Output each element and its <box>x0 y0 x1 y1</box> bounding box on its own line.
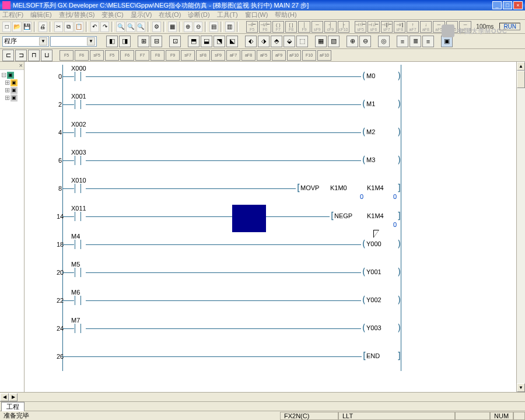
zoomout-button[interactable]: ⊖ <box>194 22 202 32</box>
convert-button[interactable]: ⚙ <box>152 22 161 32</box>
fkey-sf8[interactable]: ⊣/‖sF8 <box>394 21 405 33</box>
menu-convert[interactable]: 变换(C) <box>102 10 123 19</box>
tb2-22[interactable]: ≡ <box>422 36 434 47</box>
save-button[interactable]: 💾 <box>23 22 32 32</box>
cut-button[interactable]: ✂ <box>54 22 63 32</box>
tb2-5[interactable]: ⊡ <box>169 36 181 47</box>
tb2-13[interactable]: ⬙ <box>284 36 295 47</box>
scroll-thumb[interactable] <box>517 71 525 88</box>
ladder-editor[interactable]: 0X000(M0)2X001(M1)4X002(M2)6X003(M3)8X01… <box>24 62 525 392</box>
tb5-button[interactable]: ▤ <box>209 22 218 32</box>
combo-2[interactable]: ▼ <box>50 36 97 47</box>
paste-button[interactable]: 📋 <box>75 22 83 32</box>
tb2-2[interactable]: ◨ <box>119 36 131 47</box>
tb3-sf8[interactable]: sF8 <box>196 50 210 61</box>
tb3-f7[interactable]: F7 <box>135 50 149 61</box>
maximize-button[interactable]: □ <box>503 1 512 9</box>
menu-search[interactable]: 查找/替换(S) <box>59 10 95 19</box>
tb3-3[interactable]: ⊓ <box>28 50 40 61</box>
menu-help[interactable]: 帮助(H) <box>275 10 296 19</box>
fkey-sf5[interactable]: ⊣↑⊢sF5 <box>355 21 366 33</box>
tb2-23[interactable]: ▣ <box>441 36 453 47</box>
fkey-f8[interactable]: [ ]F8 <box>285 21 297 33</box>
contact[interactable] <box>70 240 86 249</box>
print-button[interactable]: 🖨 <box>38 22 47 32</box>
fkey-cf9[interactable]: ┤cF9 <box>324 21 336 33</box>
hscroll-right-button[interactable]: ▶ <box>9 393 18 401</box>
tb2-21[interactable]: ≣ <box>410 36 421 47</box>
fkey-sf7[interactable]: ⊣‖⊢sF7 <box>381 21 393 33</box>
contact[interactable] <box>70 324 86 333</box>
find-button[interactable]: 🔍 <box>116 22 125 32</box>
tb2-6[interactable]: ⬒ <box>188 36 200 47</box>
tb3-f8[interactable]: F8 <box>150 50 164 61</box>
open-button[interactable]: 📂 <box>12 22 21 32</box>
tb2-20[interactable]: ≡ <box>397 36 408 47</box>
tb3-sf7[interactable]: sF7 <box>181 50 195 61</box>
tb3-f5[interactable]: F5 <box>60 50 74 61</box>
menu-view[interactable]: 显示(V) <box>131 10 152 19</box>
menu-tools[interactable]: 工具(T) <box>217 10 238 19</box>
tb2-3[interactable]: ⊞ <box>138 36 149 47</box>
project-tree[interactable]: × ⊟▣ ⊞▣ ⊞▣ ⊞▣ <box>0 62 24 392</box>
contact[interactable] <box>70 212 86 221</box>
tb2-17[interactable]: ⊕ <box>346 36 358 47</box>
find3-button[interactable]: 🔍 <box>136 22 145 32</box>
menu-window[interactable]: 窗口(W) <box>245 10 268 19</box>
new-button[interactable]: □ <box>2 22 11 32</box>
scroll-down-button[interactable]: ▼ <box>517 383 525 392</box>
tb2-18[interactable]: ⊖ <box>359 36 371 47</box>
contact[interactable] <box>70 156 86 165</box>
tb2-7[interactable]: ⬓ <box>201 36 212 47</box>
fkey-f7[interactable]: ( )F7 <box>272 21 284 33</box>
contact[interactable] <box>70 184 86 193</box>
fkey-af7[interactable]: ↑aF7 <box>407 21 418 33</box>
tb3-af7[interactable]: aF7 <box>226 50 240 61</box>
menu-online[interactable]: 在线(O) <box>159 10 181 19</box>
tb3-2[interactable]: ⊐ <box>15 50 27 61</box>
tb6-button[interactable]: ▥ <box>225 22 234 32</box>
fkey-caf5[interactable]: ─caF5 <box>446 21 458 33</box>
contact[interactable] <box>70 72 86 81</box>
menu-project[interactable]: 工程(F) <box>2 10 23 19</box>
contact[interactable] <box>70 268 86 277</box>
tb2-19[interactable]: ◎ <box>378 36 390 47</box>
contact[interactable] <box>70 296 86 305</box>
tb2-11[interactable]: ⬗ <box>258 36 270 47</box>
tb3-f6b[interactable]: F6 <box>120 50 134 61</box>
tb3-4[interactable]: ⊔ <box>41 50 52 61</box>
horizontal-scrollbar[interactable]: ◀ ▶ <box>0 392 525 401</box>
tb2-15[interactable]: ▦ <box>315 36 327 47</box>
tb2-1[interactable]: ◧ <box>106 36 118 47</box>
copy-button[interactable]: ⧉ <box>64 22 73 32</box>
redo-button[interactable]: ↷ <box>100 22 109 32</box>
fkey-sf6[interactable]: ⊣↓⊢sF6 <box>368 21 379 33</box>
contact[interactable] <box>70 128 86 137</box>
menu-edit[interactable]: 编辑(E) <box>30 10 52 19</box>
undo-button[interactable]: ↶ <box>90 22 99 32</box>
minimize-button[interactable]: _ <box>492 1 502 9</box>
fkey-f10[interactable]: ─sF9 <box>312 21 323 33</box>
tb3-af5[interactable]: aF5 <box>257 50 271 61</box>
tb2-8[interactable]: ⬔ <box>214 36 225 47</box>
vertical-scrollbar[interactable]: ▲ ▼ <box>516 62 525 392</box>
combo-type[interactable]: 程序 ▼ <box>2 36 49 47</box>
tb2-14[interactable]: ⬚ <box>296 36 308 47</box>
tb3-af8[interactable]: aF8 <box>242 50 256 61</box>
tb3-1[interactable]: ⊏ <box>2 50 14 61</box>
tb3-af9[interactable]: aF9 <box>272 50 286 61</box>
fkey-f9[interactable]: │F9 <box>298 21 310 33</box>
tb3-sf5[interactable]: sF5 <box>90 50 104 61</box>
fkey-cf10[interactable]: ├cF10 <box>338 21 349 33</box>
tb2-10[interactable]: ⬖ <box>245 36 257 47</box>
tb2-4[interactable]: ⊟ <box>150 36 162 47</box>
tb3-f10[interactable]: F10 <box>302 50 316 61</box>
tb2-9[interactable]: ⬕ <box>226 36 238 47</box>
menu-diagnostics[interactable]: 诊断(D) <box>188 10 209 19</box>
sheet-tab-project[interactable]: 工程 <box>1 402 24 411</box>
tb3-f6[interactable]: F6 <box>75 50 89 61</box>
contact[interactable] <box>70 100 86 109</box>
fkey-af5[interactable]: ─aF5 <box>433 21 444 33</box>
fkey-f6[interactable]: ⊣/⊢F6 <box>259 21 271 33</box>
fkey-f5[interactable]: ⊣⊢F5 <box>246 21 258 33</box>
